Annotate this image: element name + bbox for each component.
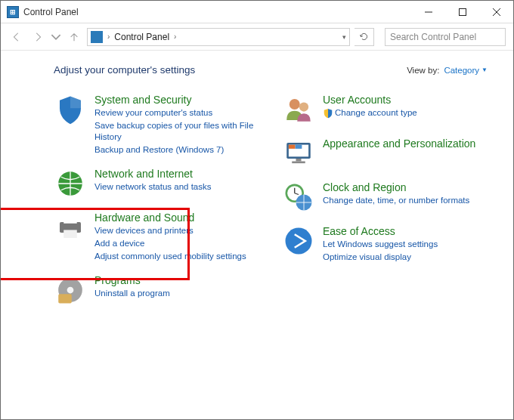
window-controls [411,1,513,23]
address-dropdown-icon[interactable]: ▾ [342,33,346,41]
svg-point-16 [299,102,308,111]
uac-shield-icon [323,108,333,119]
link-devices-printers[interactable]: View devices and printers [94,225,259,236]
left-column: System and Security Review your computer… [54,94,259,307]
category-system-security: System and Security Review your computer… [54,94,259,157]
recent-locations-dropdown[interactable] [51,29,61,45]
category-title[interactable]: User Accounts [323,94,488,106]
view-by-dropdown[interactable]: Category ▼ [444,66,488,75]
window-frame: ⊞ Control Panel › [0,0,514,420]
link-date-time-formats[interactable]: Change date, time, or number formats [323,195,488,206]
category-ease-of-access: Ease of Access Let Windows suggest setti… [282,225,488,264]
caret-down-icon: ▼ [481,66,488,73]
control-panel-icon: ⊞ [7,6,19,18]
link-backup-restore[interactable]: Backup and Restore (Windows 7) [94,144,259,156]
svg-rect-19 [289,145,296,149]
shield-icon [54,94,87,127]
address-control-panel-icon [91,31,103,43]
category-title[interactable]: Network and Internet [94,168,259,180]
address-bar[interactable]: › Control Panel › ▾ [87,28,350,46]
svg-rect-10 [63,230,77,238]
svg-point-28 [286,228,312,255]
chevron-right-icon[interactable]: › [172,32,178,41]
clock-icon [282,181,315,215]
link-change-account-type[interactable]: Change account type [323,107,488,119]
minimize-button[interactable] [411,1,445,23]
breadcrumb-control-panel[interactable]: Control Panel [114,32,169,42]
ease-of-access-icon [282,225,315,258]
category-clock-region: Clock and Region Change date, time, or n… [282,181,488,215]
maximize-button[interactable] [445,1,479,23]
disc-icon [54,274,87,307]
view-by-value: Category [444,66,479,75]
svg-rect-20 [296,145,302,149]
close-button[interactable] [479,1,513,23]
category-title[interactable]: Programs [94,274,259,286]
category-user-accounts: User Accounts Change account type [282,94,488,127]
svg-rect-14 [58,294,72,303]
content-area: Adjust your computer's settings View by:… [1,51,513,419]
link-file-history[interactable]: Save backup copies of your files with Fi… [94,120,259,143]
category-title[interactable]: Ease of Access [323,225,488,237]
chevron-right-icon[interactable]: › [106,32,111,41]
titlebar: ⊞ Control Panel [1,1,513,23]
forward-button[interactable] [29,29,46,45]
window-title: Control Panel [23,7,411,17]
category-programs: Programs Uninstall a program [54,274,259,307]
category-appearance-personalization: Appearance and Personalization [282,137,488,171]
refresh-button[interactable] [355,28,374,46]
right-column: User Accounts Change account type Appear… [282,94,488,307]
link-optimize-display[interactable]: Optimize visual display [323,252,488,263]
svg-rect-8 [63,217,77,224]
search-input[interactable] [390,32,503,42]
navigation-toolbar: › Control Panel › ▾ [1,23,513,51]
svg-point-15 [290,99,300,110]
users-icon [282,94,315,127]
category-network-internet: Network and Internet View network status… [54,168,259,201]
monitor-icon [282,137,315,171]
globe-icon [54,168,87,201]
link-add-device[interactable]: Add a device [94,238,259,249]
category-title[interactable]: Clock and Region [323,181,488,193]
link-mobility-settings[interactable]: Adjust commonly used mobility settings [94,251,259,262]
link-uninstall-program[interactable]: Uninstall a program [94,288,259,299]
category-title[interactable]: System and Security [94,94,259,106]
view-by-label: View by: [407,66,439,75]
up-button[interactable] [66,29,82,45]
link-network-status[interactable]: View network status and tasks [94,181,259,193]
category-title[interactable]: Appearance and Personalization [323,137,488,150]
svg-rect-1 [459,8,466,15]
link-review-status[interactable]: Review your computer's status [94,107,259,119]
category-hardware-sound: Hardware and Sound View devices and prin… [54,212,259,264]
category-title[interactable]: Hardware and Sound [94,212,259,224]
svg-rect-21 [296,159,302,162]
view-by-control: View by: Category ▼ [407,66,488,75]
search-box[interactable] [385,28,506,46]
svg-rect-22 [292,162,305,164]
printer-icon [54,212,87,245]
page-heading: Adjust your computer's settings [54,64,195,76]
back-button[interactable] [8,29,25,45]
link-suggest-settings[interactable]: Let Windows suggest settings [323,239,488,250]
